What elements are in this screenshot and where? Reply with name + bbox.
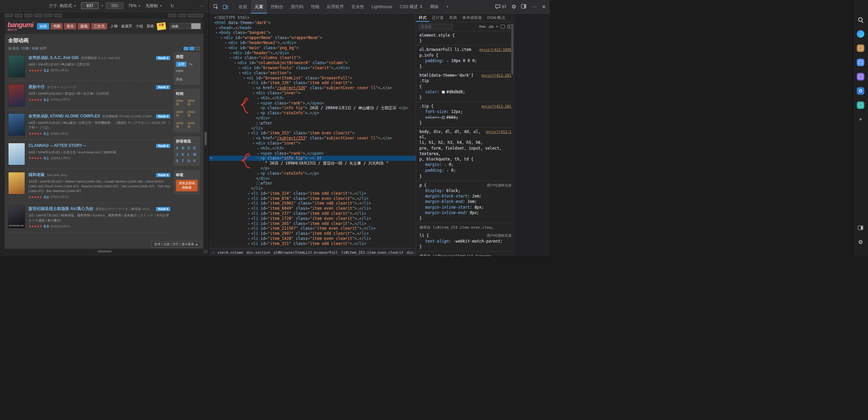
dom-tree-node[interactable]: ▾<div class="columns clearit"> <box>209 55 416 60</box>
type-filter-全部[interactable]: 全部 <box>176 62 186 67</box>
entry-title-link[interactable]: 攻壳机动队 STAND ALONE COMPLEX <box>28 113 100 119</box>
entry-title-link[interactable]: 新世纪福音战士剧场版 Air/真心为你 <box>28 206 93 212</box>
viewport-height-input[interactable] <box>106 2 123 9</box>
people-icon[interactable] <box>856 58 865 66</box>
dom-tree-node[interactable]: ▸<div id="headerNeue2">…</div> <box>209 40 416 45</box>
dom-tree-node[interactable]: ▾<div class="inner"> <box>209 141 416 146</box>
copilot-icon[interactable] <box>856 30 865 38</box>
entry-title-link[interactable]: 攻壳机动队 S.A.C. 2nd GIG <box>28 55 79 61</box>
expand-arrow-icon[interactable]: ▸ <box>251 85 256 91</box>
dom-tree-node[interactable]: ▸<h3>…</h3> <box>209 96 416 101</box>
rotate-viewport-icon[interactable]: ↻ <box>170 3 174 8</box>
settings-icon[interactable]: ⚙ <box>856 238 865 246</box>
type-filter-TV[interactable]: TV <box>189 62 193 66</box>
letter-filter-A[interactable]: A <box>176 146 180 150</box>
expand-arrow-icon[interactable]: ▸ <box>247 211 251 216</box>
css-declaration[interactable]: padding: ▸ 0; <box>416 168 514 173</box>
cover-thumbnail[interactable] <box>8 113 25 136</box>
expand-shorthand-icon[interactable]: ▸ <box>447 59 450 63</box>
search-button[interactable] <box>191 23 201 29</box>
expand-arrow-icon[interactable]: ▸ <box>247 191 251 196</box>
letter-filter-M[interactable]: M <box>193 153 198 156</box>
dom-tree-node[interactable]: ▸<li id="item_876" class="item even clea… <box>209 196 416 201</box>
dom-tree-node[interactable]: ⋯▾<p class="info tip"> == $0 <box>209 156 416 161</box>
inspect-element-icon[interactable] <box>212 2 220 12</box>
dom-tree-node[interactable]: ▾<li id="item_253" class="item even clea… <box>209 131 416 136</box>
styles-tab-layout[interactable]: 布局 <box>447 14 460 22</box>
collapse-arrow-icon[interactable]: ▾ <box>215 30 219 35</box>
type-filter-WEB[interactable]: WEB <box>176 69 183 73</box>
css-declaration[interactable]: margin-block-start: 1em; <box>416 193 514 199</box>
page-footer-links[interactable]: 登录 | 注册 | 开灯 | 显示春菜 ▲ <box>151 241 202 248</box>
expand-arrow-icon[interactable]: ▸ <box>251 136 256 141</box>
dom-tree-node[interactable]: ▸<li id="item_237" class="item odd clear… <box>209 211 416 216</box>
dom-tree-node[interactable]: ▾<li id="item_326" class="item odd clear… <box>209 80 416 85</box>
dom-tree-node[interactable]: ▸<span class="rank">…</span> <box>209 151 416 156</box>
entry-title-link[interactable]: CLANNAD ～AFTER STORY～ <box>28 143 86 149</box>
styles-tab-event-listeners[interactable]: 事件侦听器 <box>460 14 485 22</box>
feedback-button[interactable]: 57 <box>495 4 506 9</box>
rule-selector[interactable]: ul.browserFull li.itemg=css?r412:1995 <box>416 47 514 52</box>
dom-tree-node[interactable]: </li> <box>209 186 416 191</box>
stylesheet-source-link[interactable]: g=css?r412:281 <box>481 103 511 109</box>
collapse-arrow-icon[interactable]: ▾ <box>219 35 223 40</box>
dom-tree-node[interactable]: ▸<a href="/subject/326" class="subjectCo… <box>209 85 416 91</box>
dom-tree-node[interactable]: ▸<h3>…</h3> <box>209 146 416 151</box>
dom-tree-node[interactable]: ▾<body class="bangumi"> <box>209 30 416 35</box>
letter-filter-V[interactable]: V <box>193 159 198 163</box>
open-panel-icon[interactable] <box>856 224 865 232</box>
css-declaration[interactable]: margin-inline-end: 0px; <box>416 210 514 215</box>
year-filter-2015年[interactable]: 2015年 <box>188 121 198 129</box>
dom-tree-node[interactable]: ▸<li id="item_1428" class="item even cle… <box>209 236 416 241</box>
css-declaration[interactable]: margin: ▸ 0; <box>416 162 514 168</box>
cover-thumbnail[interactable] <box>8 55 25 77</box>
expand-arrow-icon[interactable]: ▸ <box>247 206 251 211</box>
node-more-actions-icon[interactable]: ⋯ <box>210 156 213 161</box>
expand-arrow-icon[interactable]: ▸ <box>215 25 219 31</box>
collapse-arrow-icon[interactable]: ▾ <box>238 71 242 76</box>
dom-tree-node[interactable]: ▾<div id="wrapperNeue" class="wrapperNeu… <box>209 35 416 40</box>
expand-arrow-icon[interactable]: ▸ <box>256 111 260 116</box>
expand-arrow-icon[interactable]: ▸ <box>247 241 251 246</box>
year-filter-2016年[interactable]: 2016年 <box>176 121 186 129</box>
tab-elements[interactable]: 元素 <box>251 0 267 14</box>
media-query-segment[interactable] <box>15 14 23 17</box>
letter-filter-J[interactable]: J <box>176 153 180 156</box>
letter-filter-B[interactable]: B <box>182 146 186 150</box>
media-query-segment[interactable] <box>178 14 186 17</box>
nav-link-探索[interactable]: 探索 <box>146 24 154 29</box>
css-declaration[interactable]: font-size: 12px; <box>416 109 514 114</box>
stylesheet-source-link[interactable]: g=css?r412:281 <box>481 73 511 78</box>
dom-tree-node[interactable]: ▸<p class="rateInfo">…</p> <box>209 111 416 116</box>
rule-selector[interactable]: p {用户代理样式表 <box>416 183 514 188</box>
expand-arrow-icon[interactable]: ▸ <box>247 196 251 201</box>
expand-arrow-icon[interactable]: ▸ <box>247 231 251 236</box>
css-declaration[interactable]: color: #666; <box>416 115 514 120</box>
styles-filter-input[interactable] <box>418 24 453 30</box>
cover-thumbnail[interactable] <box>8 84 25 107</box>
year-filter-2019年[interactable]: 2019年 <box>188 110 198 118</box>
nav-section-三次元[interactable]: 三次元 <box>91 23 107 30</box>
dom-tree-node[interactable]: </div> <box>209 176 416 181</box>
dom-tree-node[interactable]: ▸<li id="item_321" class="item odd clear… <box>209 241 416 246</box>
media-query-segment[interactable] <box>34 14 42 17</box>
nav-link-超展开[interactable]: 超展开 <box>121 24 132 29</box>
dom-tree-node[interactable]: ▾<div class="inner"> <box>209 91 416 96</box>
tab-css-overview[interactable]: CSS 概述 <box>396 0 427 14</box>
collapse-arrow-icon[interactable]: ▾ <box>247 131 251 136</box>
sort-option-排名[interactable]: 排名 <box>13 46 19 50</box>
expand-arrow-icon[interactable]: ▸ <box>247 236 251 241</box>
rule-selector[interactable]: p.info { <box>416 53 514 58</box>
expand-arrow-icon[interactable]: ▸ <box>228 51 233 56</box>
dom-tree-node[interactable]: ▸<li id="item_265" class="item odd clear… <box>209 221 416 226</box>
search-category-select[interactable]: 动画 <box>170 23 191 29</box>
toggle-pseudo-state-button[interactable]: :hov <box>478 24 486 28</box>
letter-filter-D[interactable]: D <box>193 146 198 150</box>
css-declaration[interactable]: margin-inline-start: 0px; <box>416 205 514 210</box>
rule-selector[interactable]: html[data-theme='dark'] .tipg=css?r412:2… <box>416 73 514 83</box>
letter-filter-K[interactable]: K <box>182 153 186 156</box>
promo-note[interactable]: 天窗 <box>157 22 166 30</box>
dom-tree-node[interactable]: ▸<div id="browserTools" class="clearit">… <box>209 65 416 71</box>
device-toolbar-toggle-icon[interactable] <box>221 2 230 12</box>
breadcrumb-overflow-icon[interactable]: ⋯ <box>212 250 214 254</box>
